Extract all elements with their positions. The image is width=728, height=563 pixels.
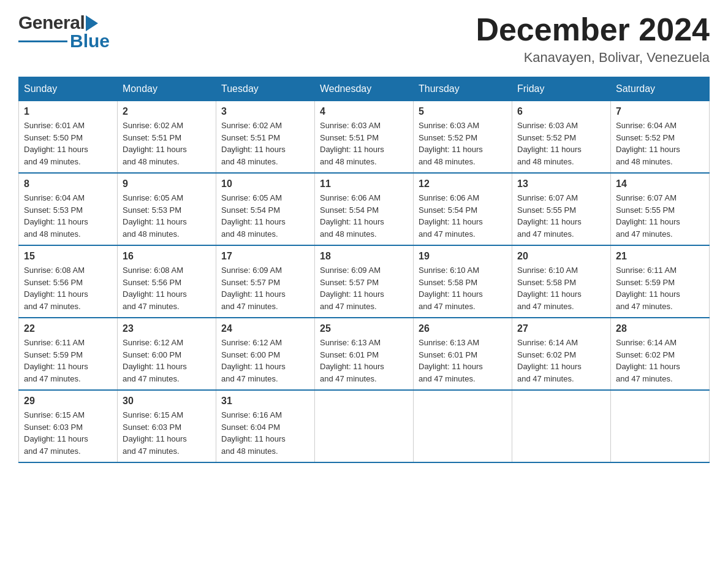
day-info: Sunrise: 6:05 AMSunset: 5:53 PMDaylight:… xyxy=(123,192,211,240)
calendar-day-cell: 11Sunrise: 6:06 AMSunset: 5:54 PMDayligh… xyxy=(315,173,414,245)
day-number: 16 xyxy=(123,251,211,262)
day-number: 1 xyxy=(24,106,112,117)
day-info: Sunrise: 6:07 AMSunset: 5:55 PMDaylight:… xyxy=(517,192,605,240)
day-info: Sunrise: 6:12 AMSunset: 6:00 PMDaylight:… xyxy=(221,337,309,385)
weekday-header-sunday: Sunday xyxy=(19,77,118,101)
weekday-header-tuesday: Tuesday xyxy=(216,77,315,101)
day-info: Sunrise: 6:06 AMSunset: 5:54 PMDaylight:… xyxy=(419,192,507,240)
calendar-day-cell: 24Sunrise: 6:12 AMSunset: 6:00 PMDayligh… xyxy=(216,318,315,390)
day-number: 14 xyxy=(616,178,704,190)
calendar-day-cell: 2Sunrise: 6:02 AMSunset: 5:51 PMDaylight… xyxy=(118,101,216,174)
day-number: 11 xyxy=(320,178,408,190)
calendar-day-cell: 25Sunrise: 6:13 AMSunset: 6:01 PMDayligh… xyxy=(315,318,414,390)
calendar-day-cell xyxy=(512,390,611,462)
logo-triangle-icon xyxy=(86,15,98,31)
calendar-day-cell: 26Sunrise: 6:13 AMSunset: 6:01 PMDayligh… xyxy=(414,318,512,390)
calendar-day-cell: 14Sunrise: 6:07 AMSunset: 5:55 PMDayligh… xyxy=(611,173,710,245)
day-number: 23 xyxy=(123,323,211,334)
calendar-day-cell: 19Sunrise: 6:10 AMSunset: 5:58 PMDayligh… xyxy=(414,245,512,318)
day-info: Sunrise: 6:05 AMSunset: 5:54 PMDaylight:… xyxy=(221,192,309,240)
day-info: Sunrise: 6:02 AMSunset: 5:51 PMDaylight:… xyxy=(221,120,309,167)
day-number: 9 xyxy=(123,178,211,190)
day-info: Sunrise: 6:09 AMSunset: 5:57 PMDaylight:… xyxy=(320,264,408,312)
day-number: 13 xyxy=(517,178,605,190)
day-number: 24 xyxy=(221,323,309,334)
day-number: 27 xyxy=(517,323,605,334)
page-header: General Blue December 2024 Kanavayen, Bo… xyxy=(18,12,710,66)
day-info: Sunrise: 6:13 AMSunset: 6:01 PMDaylight:… xyxy=(320,337,408,385)
day-info: Sunrise: 6:01 AMSunset: 5:50 PMDaylight:… xyxy=(24,120,112,167)
day-number: 26 xyxy=(419,323,507,334)
calendar-day-cell: 3Sunrise: 6:02 AMSunset: 5:51 PMDaylight… xyxy=(216,101,315,174)
day-info: Sunrise: 6:04 AMSunset: 5:52 PMDaylight:… xyxy=(616,120,704,167)
calendar-day-cell: 23Sunrise: 6:12 AMSunset: 6:00 PMDayligh… xyxy=(118,318,216,390)
day-info: Sunrise: 6:12 AMSunset: 6:00 PMDaylight:… xyxy=(123,337,211,385)
day-info: Sunrise: 6:08 AMSunset: 5:56 PMDaylight:… xyxy=(24,264,112,312)
day-info: Sunrise: 6:11 AMSunset: 5:59 PMDaylight:… xyxy=(616,264,704,312)
day-info: Sunrise: 6:03 AMSunset: 5:51 PMDaylight:… xyxy=(320,120,408,167)
day-number: 5 xyxy=(419,106,507,117)
day-info: Sunrise: 6:08 AMSunset: 5:56 PMDaylight:… xyxy=(123,264,211,312)
day-number: 10 xyxy=(221,178,309,190)
day-info: Sunrise: 6:03 AMSunset: 5:52 PMDaylight:… xyxy=(517,120,605,167)
day-number: 7 xyxy=(616,106,704,117)
day-info: Sunrise: 6:10 AMSunset: 5:58 PMDaylight:… xyxy=(419,264,507,312)
weekday-header-thursday: Thursday xyxy=(414,77,512,101)
calendar-day-cell: 18Sunrise: 6:09 AMSunset: 5:57 PMDayligh… xyxy=(315,245,414,318)
day-info: Sunrise: 6:13 AMSunset: 6:01 PMDaylight:… xyxy=(419,337,507,385)
calendar-day-cell: 22Sunrise: 6:11 AMSunset: 5:59 PMDayligh… xyxy=(19,318,118,390)
day-number: 6 xyxy=(517,106,605,117)
calendar-day-cell: 27Sunrise: 6:14 AMSunset: 6:02 PMDayligh… xyxy=(512,318,611,390)
day-info: Sunrise: 6:06 AMSunset: 5:54 PMDaylight:… xyxy=(320,192,408,240)
calendar-day-cell: 9Sunrise: 6:05 AMSunset: 5:53 PMDaylight… xyxy=(118,173,216,245)
day-number: 17 xyxy=(221,251,309,262)
calendar-day-cell: 7Sunrise: 6:04 AMSunset: 5:52 PMDaylight… xyxy=(611,101,710,174)
weekday-header-friday: Friday xyxy=(512,77,611,101)
logo-blue-text: Blue xyxy=(70,31,110,52)
calendar-day-cell: 10Sunrise: 6:05 AMSunset: 5:54 PMDayligh… xyxy=(216,173,315,245)
day-number: 21 xyxy=(616,251,704,262)
weekday-header-wednesday: Wednesday xyxy=(315,77,414,101)
day-number: 20 xyxy=(517,251,605,262)
day-number: 18 xyxy=(320,251,408,262)
weekday-header-monday: Monday xyxy=(118,77,216,101)
day-info: Sunrise: 6:11 AMSunset: 5:59 PMDaylight:… xyxy=(24,337,112,385)
calendar-day-cell xyxy=(611,390,710,462)
calendar-week-row: 8Sunrise: 6:04 AMSunset: 5:53 PMDaylight… xyxy=(19,173,710,245)
day-number: 22 xyxy=(24,323,112,334)
day-info: Sunrise: 6:07 AMSunset: 5:55 PMDaylight:… xyxy=(616,192,704,240)
calendar-day-cell xyxy=(315,390,414,462)
day-info: Sunrise: 6:02 AMSunset: 5:51 PMDaylight:… xyxy=(123,120,211,167)
day-number: 12 xyxy=(419,178,507,190)
calendar-day-cell: 12Sunrise: 6:06 AMSunset: 5:54 PMDayligh… xyxy=(414,173,512,245)
calendar-day-cell: 8Sunrise: 6:04 AMSunset: 5:53 PMDaylight… xyxy=(19,173,118,245)
calendar-day-cell: 21Sunrise: 6:11 AMSunset: 5:59 PMDayligh… xyxy=(611,245,710,318)
day-number: 8 xyxy=(24,178,112,190)
calendar-day-cell: 15Sunrise: 6:08 AMSunset: 5:56 PMDayligh… xyxy=(19,245,118,318)
calendar-day-cell: 30Sunrise: 6:15 AMSunset: 6:03 PMDayligh… xyxy=(118,390,216,462)
day-info: Sunrise: 6:14 AMSunset: 6:02 PMDaylight:… xyxy=(616,337,704,385)
calendar-table: SundayMondayTuesdayWednesdayThursdayFrid… xyxy=(18,77,710,463)
day-number: 29 xyxy=(24,396,112,407)
day-number: 19 xyxy=(419,251,507,262)
calendar-day-cell: 28Sunrise: 6:14 AMSunset: 6:02 PMDayligh… xyxy=(611,318,710,390)
calendar-day-cell: 16Sunrise: 6:08 AMSunset: 5:56 PMDayligh… xyxy=(118,245,216,318)
month-title: December 2024 xyxy=(476,12,710,47)
day-number: 2 xyxy=(123,106,211,117)
title-section: December 2024 Kanavayen, Bolivar, Venezu… xyxy=(476,12,710,66)
calendar-day-cell: 13Sunrise: 6:07 AMSunset: 5:55 PMDayligh… xyxy=(512,173,611,245)
calendar-day-cell: 29Sunrise: 6:15 AMSunset: 6:03 PMDayligh… xyxy=(19,390,118,462)
calendar-week-row: 1Sunrise: 6:01 AMSunset: 5:50 PMDaylight… xyxy=(19,101,710,174)
day-number: 3 xyxy=(221,106,309,117)
day-number: 25 xyxy=(320,323,408,334)
calendar-day-cell: 1Sunrise: 6:01 AMSunset: 5:50 PMDaylight… xyxy=(19,101,118,174)
svg-marker-0 xyxy=(86,15,98,31)
day-info: Sunrise: 6:15 AMSunset: 6:03 PMDaylight:… xyxy=(123,409,211,457)
calendar-day-cell: 5Sunrise: 6:03 AMSunset: 5:52 PMDaylight… xyxy=(414,101,512,174)
weekday-header-row: SundayMondayTuesdayWednesdayThursdayFrid… xyxy=(19,77,710,101)
day-info: Sunrise: 6:14 AMSunset: 6:02 PMDaylight:… xyxy=(517,337,605,385)
calendar-week-row: 15Sunrise: 6:08 AMSunset: 5:56 PMDayligh… xyxy=(19,245,710,318)
calendar-day-cell: 6Sunrise: 6:03 AMSunset: 5:52 PMDaylight… xyxy=(512,101,611,174)
day-info: Sunrise: 6:10 AMSunset: 5:58 PMDaylight:… xyxy=(517,264,605,312)
day-number: 30 xyxy=(123,396,211,407)
